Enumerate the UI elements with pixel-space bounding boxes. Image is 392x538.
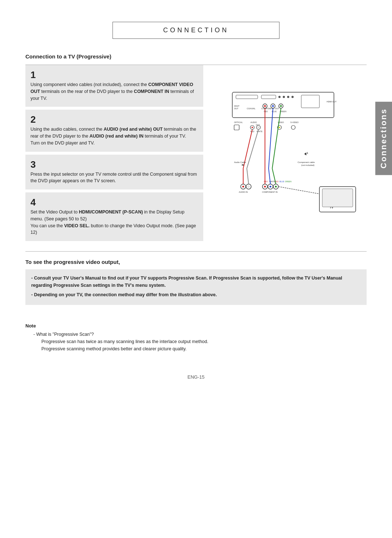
svg-text:S-VIDEO: S-VIDEO (290, 121, 299, 123)
step-2-text: Using the audio cables, connect the AUDI… (30, 126, 197, 146)
progressive-note-2: - Depending on your TV, the connection m… (31, 291, 361, 298)
step-2-number: 2 (30, 115, 197, 124)
svg-text:COMPONENT IN: COMPONENT IN (262, 191, 278, 193)
svg-text:RED: RED (264, 110, 268, 113)
side-tab: Connections (375, 102, 392, 175)
svg-line-39 (272, 108, 281, 168)
svg-text:DIGIT: DIGIT (234, 105, 240, 107)
note-subitem-1: Progressive scan has twice as many scann… (33, 338, 367, 345)
svg-line-73 (278, 187, 319, 194)
note-subitem-2: Progressive scanning method provides bet… (33, 345, 367, 352)
svg-rect-27 (234, 125, 239, 130)
svg-text:OUT: OUT (234, 107, 238, 110)
svg-text:BLUE: BLUE (279, 180, 285, 183)
connection-diagram: DIGIT OUT COAXIAL COMPONENT OUT HDMI OUT… (214, 85, 367, 223)
svg-point-29 (252, 127, 253, 128)
step-4-number: 4 (30, 197, 197, 207)
progressive-note-box: - Consult your TV User's Manual to find … (25, 269, 367, 305)
svg-text:RED: RED (250, 130, 254, 133)
svg-text:Audio Cable: Audio Cable (234, 161, 246, 163)
step-3-box: 3 Press the input selector on your TV re… (25, 155, 203, 190)
progressive-section: To see the progressive video output, - C… (25, 259, 367, 305)
step-4-box: 4 Set the Video Output to HDMI/COMPONENT… (25, 192, 203, 241)
svg-marker-43 (304, 152, 306, 155)
svg-point-54 (248, 186, 250, 188)
steps-column: 1 Using component video cables (not incl… (25, 65, 203, 244)
svg-point-31 (258, 127, 259, 128)
svg-point-34 (291, 126, 295, 130)
step-4-text: Set the Video Output to HDMI/COMPONENT (… (30, 209, 197, 236)
svg-point-14 (264, 105, 266, 107)
svg-line-38 (269, 108, 273, 168)
title-box: CONNECTION (113, 22, 279, 39)
diagram-column: DIGIT OUT COAXIAL COMPONENT OUT HDMI OUT… (203, 65, 370, 244)
svg-text:AUDIO: AUDIO (250, 121, 257, 123)
svg-text:GREEN: GREEN (285, 180, 291, 183)
svg-text:AUDIO IN: AUDIO IN (239, 191, 248, 193)
svg-line-69 (247, 168, 249, 184)
note-section: Note What is "Progressive Scan"? Progres… (25, 323, 367, 352)
svg-rect-1 (236, 95, 258, 99)
note-item-1: What is "Progressive Scan"? Progressive … (30, 331, 367, 352)
svg-text:Component cable: Component cable (298, 161, 315, 163)
svg-text:2▶: 2▶ (241, 164, 244, 166)
svg-point-52 (242, 186, 244, 188)
diagram-container: DIGIT OUT COAXIAL COMPONENT OUT HDMI OUT… (211, 81, 370, 228)
svg-text:RED: RED (264, 180, 268, 183)
svg-point-4 (278, 96, 281, 98)
step-3-number: 3 (30, 160, 197, 169)
step-1-box: 1 Using component video cables (not incl… (25, 65, 203, 107)
step-3-text: Press the input selector on your TV remo… (30, 171, 197, 185)
svg-point-7 (291, 96, 294, 98)
svg-point-17 (272, 105, 274, 107)
svg-text:HDMI OUT: HDMI OUT (327, 101, 337, 103)
svg-text:OPTICAL: OPTICAL (234, 121, 243, 123)
step-2-box: 2 Using the audio cables, connect the AU… (25, 110, 203, 151)
svg-line-41 (247, 130, 258, 168)
svg-point-20 (280, 105, 282, 107)
svg-rect-50 (322, 189, 353, 207)
svg-point-33 (279, 127, 280, 128)
svg-text:(not included): (not included) (301, 164, 314, 166)
svg-point-58 (270, 186, 271, 188)
progressive-note-1: - Consult your TV User's Manual to find … (31, 274, 361, 289)
step-1-number: 1 (30, 70, 197, 80)
svg-text:1: 1 (307, 152, 308, 154)
section1-heading: Connection to a TV (Progressive) (25, 53, 367, 60)
step-1-text: Using component video cables (not includ… (30, 81, 197, 102)
svg-point-56 (264, 186, 266, 188)
svg-point-6 (287, 96, 289, 98)
page-title: CONNECTION (163, 27, 229, 34)
bottom-divider (25, 251, 367, 252)
note-title: Note (25, 323, 367, 329)
progressive-heading: To see the progressive video output, (25, 259, 367, 265)
note-text: What is "Progressive Scan"? Progressive … (25, 331, 367, 352)
page: CONNECTION Connections Connection to a T… (0, 0, 392, 538)
svg-text:COAXIAL: COAXIAL (247, 107, 256, 110)
svg-rect-3 (301, 95, 319, 108)
svg-rect-2 (261, 95, 276, 99)
main-content: 1 Using component video cables (not incl… (25, 65, 367, 244)
page-number: ENG-15 (25, 374, 367, 380)
svg-point-60 (275, 186, 277, 188)
svg-point-5 (283, 96, 285, 98)
